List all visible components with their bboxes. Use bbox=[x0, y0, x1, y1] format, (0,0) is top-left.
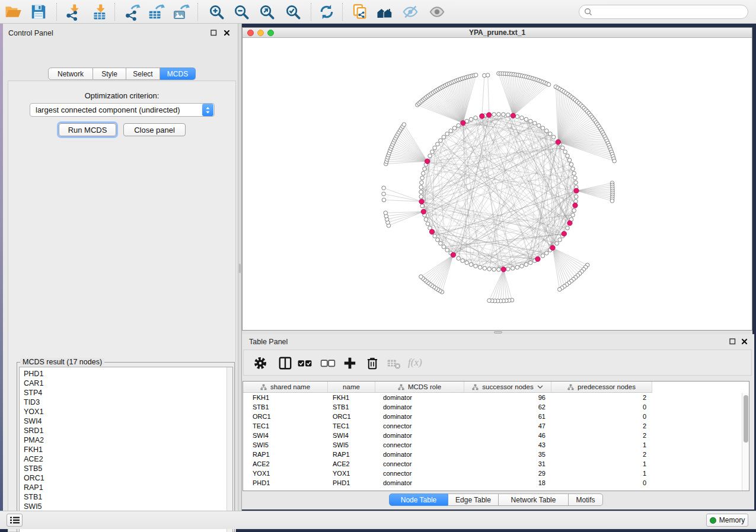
delete-column-button[interactable] bbox=[365, 355, 380, 371]
column-header-shared-name[interactable]: shared name bbox=[243, 382, 328, 393]
tab-motifs[interactable]: Motifs bbox=[569, 493, 603, 506]
network-window-titlebar[interactable]: YPA_prune.txt_1 bbox=[243, 28, 752, 38]
table-row[interactable]: YOX1YOX1connector291 bbox=[243, 469, 742, 478]
column-header-predecessor-nodes[interactable]: predecessor nodes bbox=[551, 382, 652, 393]
save-session-button[interactable] bbox=[30, 3, 47, 21]
table-row[interactable]: STB1STB1dominator620 bbox=[243, 402, 742, 412]
table-row[interactable]: SWI4SWI4dominator462 bbox=[243, 431, 742, 440]
mcds-result-item[interactable]: SRD1 bbox=[20, 426, 227, 435]
search-input[interactable] bbox=[592, 8, 748, 16]
zoom-fit-icon bbox=[258, 3, 276, 21]
clone-network-button[interactable] bbox=[351, 3, 369, 21]
column-header-label: successor nodes bbox=[482, 383, 533, 390]
first-neighbors-button[interactable] bbox=[376, 3, 394, 21]
mcds-result-item[interactable]: PHD1 bbox=[20, 369, 227, 379]
close-panel-button[interactable] bbox=[222, 28, 231, 37]
table-cell: SWI4 bbox=[328, 432, 375, 439]
tab-select[interactable]: Select bbox=[126, 68, 160, 80]
vertical-splitter[interactable] bbox=[238, 24, 242, 511]
show-columns-button[interactable] bbox=[277, 355, 293, 371]
table-cell: STB1 bbox=[243, 403, 328, 411]
tab-node-table[interactable]: Node Table bbox=[389, 493, 448, 506]
mcds-result-group: MCDS result (17 nodes) PHD1CAR1STP4TID3Y… bbox=[17, 362, 235, 532]
zoom-in-button[interactable] bbox=[208, 3, 225, 21]
network-canvas[interactable] bbox=[243, 38, 752, 330]
network-view-window: YPA_prune.txt_1 bbox=[242, 27, 752, 331]
table-row[interactable]: ORC1ORC1dominator610 bbox=[243, 412, 742, 421]
export-network-button[interactable] bbox=[123, 3, 141, 21]
zoom-selected-button[interactable] bbox=[284, 3, 302, 21]
mcds-result-item[interactable]: STP4 bbox=[20, 388, 227, 398]
table-cell: 1 bbox=[551, 441, 652, 448]
run-mcds-button[interactable]: Run MCDS bbox=[59, 123, 116, 136]
open-file-button[interactable] bbox=[4, 3, 22, 21]
mcds-result-item[interactable]: RAP1 bbox=[20, 483, 227, 492]
mcds-result-item[interactable]: FKH1 bbox=[20, 445, 227, 454]
import-network-button[interactable] bbox=[63, 3, 81, 21]
table-row[interactable]: RAP1RAP1dominator352 bbox=[243, 450, 742, 459]
toolbar-separator bbox=[56, 3, 57, 21]
zoom-fit-button[interactable] bbox=[258, 3, 276, 21]
memory-status-button[interactable]: Memory bbox=[706, 514, 748, 527]
column-header-label: MCDS role bbox=[408, 383, 441, 390]
table-panel-header: Table Panel bbox=[242, 336, 754, 347]
close-table-panel-button[interactable] bbox=[740, 337, 748, 345]
select-all-columns-button[interactable] bbox=[297, 355, 312, 371]
function-builder-button-disabled[interactable]: f(x) bbox=[408, 357, 422, 368]
close-panel-action-button[interactable]: Close panel bbox=[123, 123, 186, 136]
show-task-history-button[interactable] bbox=[7, 514, 23, 527]
export-image-button[interactable] bbox=[172, 3, 190, 21]
splitter-handle[interactable] bbox=[494, 331, 502, 334]
table-cell: 46 bbox=[464, 432, 551, 439]
delete-table-button-disabled[interactable] bbox=[386, 355, 401, 371]
tab-network-table[interactable]: Network Table bbox=[499, 493, 569, 506]
export-table-button[interactable] bbox=[147, 3, 165, 21]
hide-selected-button[interactable] bbox=[401, 3, 419, 21]
float-panel-button[interactable] bbox=[209, 28, 218, 37]
main-toolbar bbox=[0, 0, 756, 24]
column-header-successor-nodes[interactable]: successor nodes bbox=[464, 382, 551, 393]
table-cell: dominator bbox=[375, 479, 464, 486]
create-column-button[interactable] bbox=[342, 355, 358, 371]
table-row[interactable]: TEC1TEC1connector472 bbox=[243, 421, 742, 431]
table-scrollbar[interactable] bbox=[742, 393, 749, 491]
mcds-result-item[interactable]: ACE2 bbox=[20, 454, 227, 464]
import-table-button[interactable] bbox=[90, 3, 107, 21]
mcds-result-item[interactable]: SWI4 bbox=[20, 416, 227, 426]
mcds-result-item[interactable]: YOX1 bbox=[20, 407, 227, 416]
refresh-button[interactable] bbox=[318, 3, 336, 21]
mcds-result-item[interactable]: STB5 bbox=[20, 464, 227, 473]
mcds-result-scrollbar[interactable] bbox=[227, 367, 232, 532]
column-header-MCDS-role[interactable]: MCDS role bbox=[375, 382, 464, 393]
table-row[interactable]: SWI5SWI5connector431 bbox=[243, 440, 742, 450]
optimization-criterion-select[interactable]: largest connected component (undirected) bbox=[30, 103, 215, 117]
splitter-handle[interactable] bbox=[239, 264, 241, 273]
tab-network[interactable]: Network bbox=[48, 68, 93, 80]
mcds-result-item[interactable]: PMA2 bbox=[20, 435, 227, 445]
column-header-name[interactable]: name bbox=[328, 382, 375, 393]
tab-edge-table[interactable]: Edge Table bbox=[448, 493, 499, 506]
network-window-title: YPA_prune.txt_1 bbox=[243, 28, 752, 37]
zoom-out-button[interactable] bbox=[232, 3, 250, 21]
search-box[interactable] bbox=[579, 5, 748, 19]
mcds-result-item[interactable]: TID3 bbox=[20, 398, 227, 407]
close-icon bbox=[224, 30, 230, 36]
tab-style[interactable]: Style bbox=[93, 68, 126, 80]
tab-mcds[interactable]: MCDS bbox=[160, 68, 196, 80]
mcds-result-item[interactable]: SWI5 bbox=[20, 502, 227, 511]
mcds-result-item[interactable]: ORC1 bbox=[20, 473, 227, 483]
table-row[interactable]: FKH1FKH1dominator962 bbox=[243, 393, 742, 402]
save-floppy-icon bbox=[30, 3, 47, 21]
table-cell: dominator bbox=[375, 451, 464, 458]
mcds-result-item[interactable]: STB1 bbox=[20, 492, 227, 502]
table-row[interactable]: PHD1PHD1dominator180 bbox=[243, 478, 742, 488]
table-scrollbar-thumb[interactable] bbox=[744, 395, 748, 443]
float-table-panel-button[interactable] bbox=[728, 337, 736, 345]
table-settings-button[interactable] bbox=[253, 355, 268, 371]
table-cell: connector bbox=[375, 470, 464, 477]
deselect-all-columns-button[interactable] bbox=[320, 355, 336, 371]
mcds-result-item[interactable]: CAR1 bbox=[20, 379, 227, 388]
show-all-button[interactable] bbox=[428, 3, 446, 21]
table-row[interactable]: ACE2ACE2connector311 bbox=[243, 459, 742, 469]
table-cell: 18 bbox=[464, 479, 551, 486]
